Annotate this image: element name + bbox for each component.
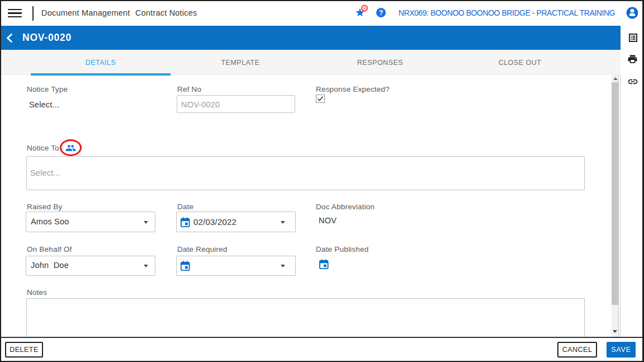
svg-text:?: ? bbox=[379, 9, 383, 17]
